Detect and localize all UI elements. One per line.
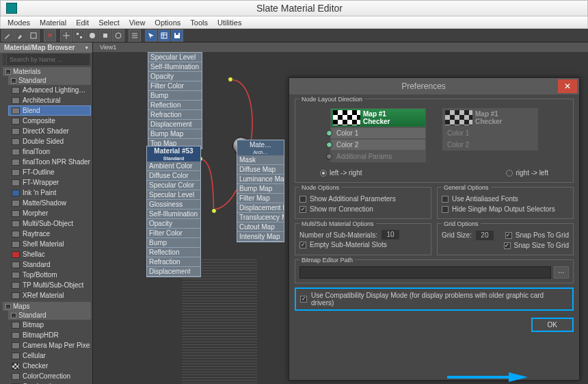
- tree-item[interactable]: TP Multi/Sub-Object: [8, 280, 91, 290]
- node-slot[interactable]: Filter Color: [147, 229, 200, 238]
- radio-right-left[interactable]: right -> left: [506, 169, 548, 177]
- tool-grid-icon[interactable]: [158, 29, 170, 42]
- tool-brush-icon[interactable]: [14, 29, 27, 42]
- tree-item[interactable]: Shellac: [8, 249, 91, 259]
- node-arch[interactable]: Mate… Arch… Mask Diffuse MapLuminance Ma…: [237, 140, 284, 242]
- dialog-titlebar[interactable]: Preferences ✕: [289, 78, 579, 94]
- node-slot[interactable]: Reflection: [148, 101, 202, 110]
- grid-size-input[interactable]: 20: [476, 231, 494, 240]
- menu-material[interactable]: Material: [37, 18, 69, 27]
- tree-item[interactable]: Checker: [8, 361, 91, 371]
- tree-item[interactable]: Architectural: [8, 95, 91, 105]
- tool-sphere-icon[interactable]: [86, 29, 98, 42]
- node-slot[interactable]: Opacity: [147, 219, 200, 229]
- ok-button[interactable]: OK: [531, 318, 574, 332]
- tree-item[interactable]: Raytrace: [8, 229, 91, 239]
- node-slot[interactable]: Translucency Map: [237, 213, 284, 222]
- layout-sample-right[interactable]: Map #1Checker Color 1 Color 2: [442, 108, 538, 162]
- tree-item[interactable]: Blend: [8, 105, 91, 116]
- node-slot[interactable]: Self-Illumination: [147, 209, 200, 219]
- node-slot[interactable]: Bump Map: [148, 129, 202, 139]
- browser-tree[interactable]: -Materials -Standard Advanced Lighting…A…: [0, 66, 92, 384]
- node-slot[interactable]: Refraction: [148, 110, 202, 120]
- plug[interactable]: [211, 208, 217, 214]
- tree-item[interactable]: Morpher: [8, 208, 91, 218]
- node-slot[interactable]: Bump: [147, 238, 200, 248]
- tree-item[interactable]: Matte/Shadow: [8, 198, 91, 208]
- tool-move-icon[interactable]: [60, 29, 72, 42]
- tool-save-icon[interactable]: [171, 29, 183, 42]
- tree-group-maps[interactable]: -Maps: [3, 302, 91, 311]
- tree-item[interactable]: Advanced Lighting…: [8, 85, 91, 95]
- node-slot[interactable]: Displacement: [148, 120, 202, 129]
- menu-options[interactable]: Options: [152, 18, 183, 27]
- tool-backface-icon[interactable]: [112, 29, 124, 42]
- tree-item[interactable]: FT-Outline: [8, 167, 91, 177]
- radio-left-right[interactable]: left -> right: [320, 169, 362, 177]
- tool-select-icon[interactable]: [145, 29, 157, 42]
- num-subs-input[interactable]: 10: [382, 230, 399, 240]
- bitmap-path-input[interactable]: [299, 266, 551, 279]
- node-slot[interactable]: Cutout Map: [237, 222, 284, 232]
- tree-group-maps-standard[interactable]: -Standard: [8, 311, 91, 320]
- tree-group-materials[interactable]: -Materials: [3, 67, 91, 76]
- node-slot[interactable]: Reflection: [147, 248, 200, 257]
- tree-item[interactable]: Double Sided: [8, 136, 91, 146]
- node-slot[interactable]: Specular Color: [147, 181, 200, 190]
- node-slot[interactable]: Glossiness: [147, 200, 200, 209]
- menu-select[interactable]: Select: [96, 18, 122, 27]
- tree-item[interactable]: Shell Material: [8, 239, 91, 249]
- tree-item[interactable]: Standard: [8, 259, 91, 270]
- view-tab[interactable]: View1: [93, 42, 588, 52]
- chk-antialiased[interactable]: Use Antialiased Fonts: [442, 194, 569, 204]
- tree-item[interactable]: Combustion: [8, 381, 91, 384]
- tree-item[interactable]: Bitmap: [8, 320, 91, 330]
- tree-item[interactable]: Composite: [8, 116, 91, 126]
- node-slot[interactable]: Filter Map: [237, 194, 284, 203]
- node-slot[interactable]: Specular Level: [147, 190, 200, 200]
- tree-item[interactable]: Ink 'n Paint: [8, 188, 91, 198]
- tool-eyedropper-icon[interactable]: [1, 29, 14, 42]
- plug[interactable]: [228, 77, 233, 82]
- chk-show-mr[interactable]: Show mr Connection: [299, 204, 427, 214]
- tool-list-icon[interactable]: [129, 29, 141, 42]
- browser-title[interactable]: Material/Map Browser▾: [0, 42, 92, 53]
- tree-item[interactable]: Cellular: [8, 350, 91, 361]
- node-slot[interactable]: Intensity Map: [237, 232, 284, 242]
- chk-snap-size[interactable]: Snap Size To Grid: [442, 240, 569, 251]
- tree-item[interactable]: Top/Bottom: [8, 270, 91, 280]
- tree-item[interactable]: finalToon: [8, 146, 91, 157]
- close-icon[interactable]: ✕: [558, 79, 577, 93]
- node-slot[interactable]: Diffuse Map: [237, 165, 284, 175]
- search-input[interactable]: [7, 55, 89, 64]
- browse-button[interactable]: …: [554, 266, 569, 279]
- chk-show-additional[interactable]: Show Additional Parameters: [299, 194, 427, 204]
- chk-empty-slots[interactable]: Empty Sub-Material Slots: [299, 240, 427, 250]
- tree-item[interactable]: finalToon NPR Shader: [8, 157, 91, 167]
- node-slot[interactable]: Bump Map: [237, 184, 284, 194]
- tool-cube-icon[interactable]: [99, 29, 111, 42]
- node-slot[interactable]: Filter Color: [148, 81, 202, 91]
- node-slot[interactable]: Specular Level: [148, 53, 202, 62]
- tree-group-standard[interactable]: -Standard: [8, 76, 91, 85]
- menu-modes[interactable]: Modes: [5, 18, 33, 27]
- tree-item[interactable]: XRef Material: [8, 290, 91, 300]
- tree-item[interactable]: FT-Wrapper: [8, 177, 91, 188]
- layout-sample-left[interactable]: Map #1Checker Color 1 Color 2 Additional…: [330, 108, 426, 162]
- chk-snap-pos[interactable]: Snap Pos To Grid: [505, 230, 569, 240]
- tree-item[interactable]: DirectX Shader: [8, 126, 91, 136]
- menu-tools[interactable]: Tools: [187, 18, 211, 27]
- menu-utilities[interactable]: Utilities: [215, 18, 244, 27]
- tree-item[interactable]: BitmapHDR: [8, 330, 91, 340]
- menu-view[interactable]: View: [126, 18, 148, 27]
- tool-delete-icon[interactable]: ✕: [44, 29, 56, 42]
- node-slot[interactable]: Bump: [148, 91, 202, 101]
- tool-assign-icon[interactable]: [27, 29, 40, 42]
- tree-item[interactable]: Multi/Sub-Object: [8, 218, 91, 229]
- tool-layout-icon[interactable]: [73, 29, 85, 42]
- node-slot[interactable]: Opacity: [148, 72, 202, 81]
- chk-hide-single[interactable]: Hide Single Map Output Selectors: [442, 204, 569, 214]
- node-slot[interactable]: Mask: [237, 155, 284, 165]
- node-slot[interactable]: Self-Illumination: [148, 62, 202, 72]
- tree-item[interactable]: ColorCorrection: [8, 371, 91, 381]
